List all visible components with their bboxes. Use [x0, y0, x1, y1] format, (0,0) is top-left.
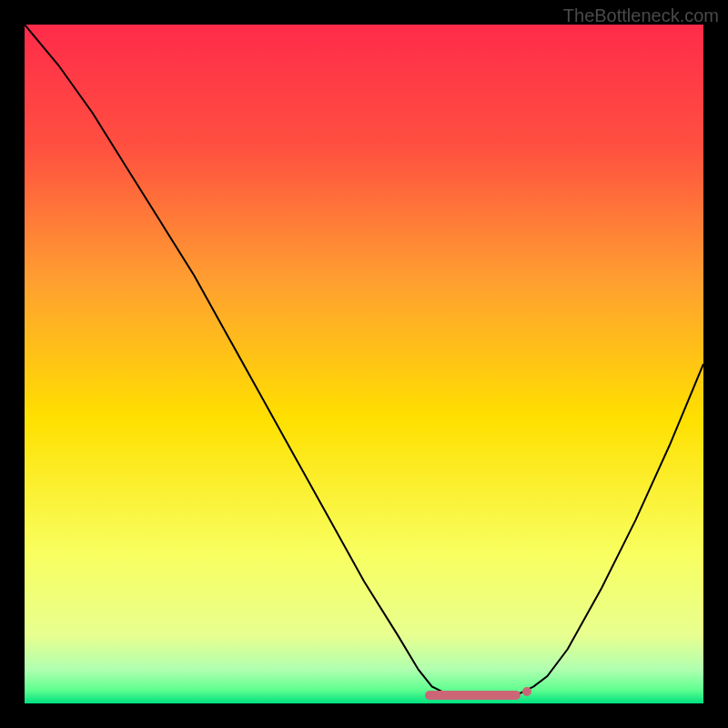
- data-point-marker: [522, 687, 531, 696]
- chart-area: [25, 25, 703, 703]
- bottleneck-curve: [25, 25, 703, 703]
- watermark-text: TheBottleneck.com: [563, 5, 719, 26]
- optimal-zone-marker: [425, 691, 520, 700]
